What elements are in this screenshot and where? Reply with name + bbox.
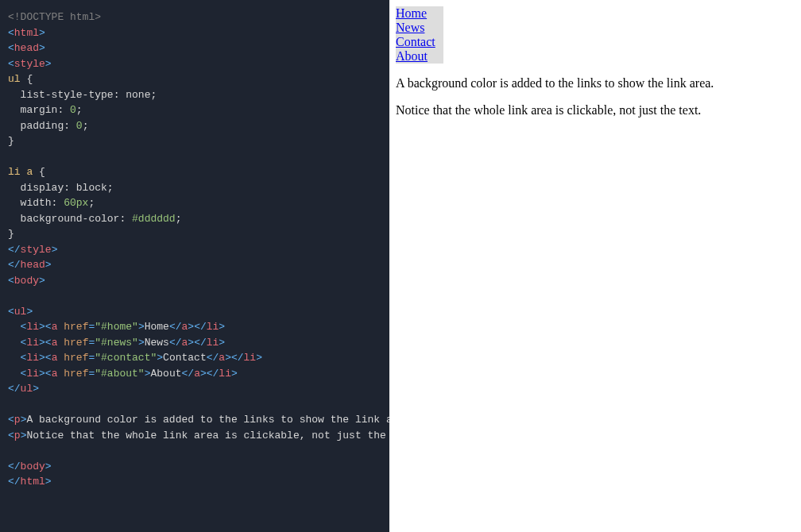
nav-item-contact: Contact — [396, 35, 795, 49]
code-line: list-style-type: none; — [8, 87, 381, 103]
nav-item-about: About — [396, 49, 795, 64]
code-line: ul { — [8, 71, 381, 87]
code-editor-pane[interactable]: <!DOCTYPE html> <html> <head> <style> ul… — [0, 0, 389, 532]
code-line: padding: 0; — [8, 118, 381, 134]
code-line: <p>Notice that the whole link area is cl… — [8, 428, 381, 444]
nav-item-news: News — [396, 21, 795, 35]
code-line: <ul> — [8, 304, 381, 320]
code-line: } — [8, 226, 381, 242]
paragraph-2: Notice that the whole link area is click… — [396, 103, 795, 118]
code-line: </html> — [8, 474, 381, 490]
code-line: <li><a href="#about">About</a></li> — [8, 366, 381, 382]
code-line — [8, 288, 381, 304]
code-line: <li><a href="#news">News</a></li> — [8, 335, 381, 351]
paragraph-1: A background color is added to the links… — [396, 76, 795, 91]
code-line: <body> — [8, 273, 381, 289]
code-line: </head> — [8, 257, 381, 273]
nav-link-home[interactable]: Home — [396, 6, 443, 21]
code-line: </style> — [8, 242, 381, 258]
code-line: <html> — [8, 25, 381, 41]
code-line: <style> — [8, 56, 381, 72]
code-line: li a { — [8, 164, 381, 180]
nav-link-contact[interactable]: Contact — [396, 35, 443, 49]
nav-list: Home News Contact About — [396, 6, 795, 64]
code-line — [8, 397, 381, 413]
code-line: width: 60px; — [8, 195, 381, 211]
code-line — [8, 443, 381, 459]
code-line: <head> — [8, 40, 381, 56]
code-line: <!DOCTYPE html> — [8, 10, 381, 25]
code-line: } — [8, 133, 381, 149]
code-line — [8, 149, 381, 165]
nav-item-home: Home — [396, 6, 795, 21]
code-line: </ul> — [8, 381, 381, 397]
code-line: <li><a href="#contact">Contact</a></li> — [8, 350, 381, 366]
code-line: <p>A background color is added to the li… — [8, 412, 381, 428]
code-line: background-color: #dddddd; — [8, 211, 381, 227]
code-line: margin: 0; — [8, 102, 381, 118]
code-line: <li><a href="#home">Home</a></li> — [8, 319, 381, 335]
app-container: <!DOCTYPE html> <html> <head> <style> ul… — [0, 0, 801, 532]
code-line: </body> — [8, 459, 381, 475]
preview-pane: Home News Contact About A background col… — [389, 0, 801, 532]
nav-link-news[interactable]: News — [396, 21, 443, 35]
code-line: display: block; — [8, 180, 381, 196]
nav-link-about[interactable]: About — [396, 49, 443, 64]
